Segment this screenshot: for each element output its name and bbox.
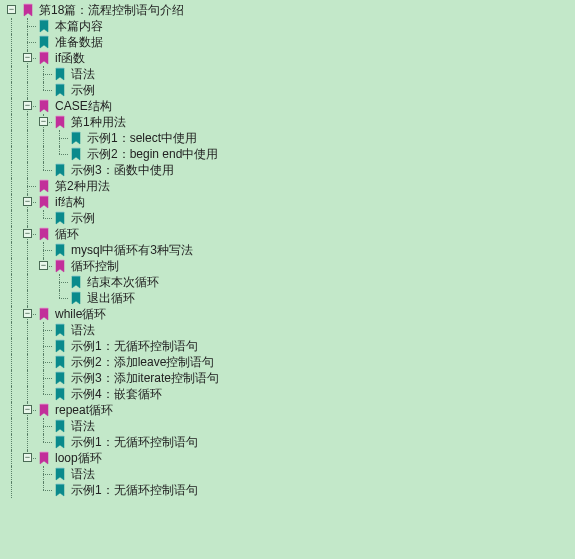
tree-row[interactable]: − loop循环	[4, 450, 575, 466]
tree-label: 语法	[70, 66, 95, 82]
bookmark-icon	[53, 115, 67, 129]
tree-row[interactable]: − CASE结构	[4, 98, 575, 114]
tree-row[interactable]: 结束本次循环	[4, 274, 575, 290]
tree-connector: −	[36, 258, 52, 274]
tree-indent	[4, 18, 20, 34]
tree-label: 示例	[70, 82, 95, 98]
tree-row[interactable]: 语法	[4, 322, 575, 338]
tree-indent	[4, 114, 20, 130]
bookmark-icon	[37, 179, 51, 193]
tree-connector	[36, 466, 52, 482]
bookmark-icon	[69, 291, 83, 305]
bookmark-icon	[53, 483, 67, 497]
tree-connector	[36, 82, 52, 98]
tree-row[interactable]: − if结构	[4, 194, 575, 210]
collapse-icon[interactable]: −	[23, 197, 32, 206]
tree-label: loop循环	[54, 450, 102, 466]
tree-row[interactable]: 示例1：select中使用	[4, 130, 575, 146]
tree-connector	[36, 66, 52, 82]
tree-indent	[4, 210, 20, 226]
tree-label: 第1种用法	[70, 114, 126, 130]
bookmark-icon	[37, 35, 51, 49]
tree-indent	[36, 274, 52, 290]
tree-indent	[4, 34, 20, 50]
tree-row[interactable]: 第2种用法	[4, 178, 575, 194]
tree-label: 示例1：无循环控制语句	[70, 338, 198, 354]
tree-indent	[4, 338, 20, 354]
tree-row[interactable]: 退出循环	[4, 290, 575, 306]
tree-indent	[4, 242, 20, 258]
tree-row[interactable]: − while循环	[4, 306, 575, 322]
tree-row[interactable]: 示例1：无循环控制语句	[4, 338, 575, 354]
tree-connector: −	[36, 114, 52, 130]
collapse-icon[interactable]: −	[23, 101, 32, 110]
tree-indent	[4, 386, 20, 402]
collapse-icon[interactable]: −	[39, 261, 48, 270]
bookmark-icon	[53, 259, 67, 273]
bookmark-icon	[53, 83, 67, 97]
bookmark-icon	[69, 131, 83, 145]
tree-indent	[36, 146, 52, 162]
tree-connector	[36, 210, 52, 226]
tree-indent	[20, 242, 36, 258]
tree-row[interactable]: 示例4：嵌套循环	[4, 386, 575, 402]
tree-label: if结构	[54, 194, 85, 210]
tree-row[interactable]: 语法	[4, 466, 575, 482]
tree-indent	[20, 434, 36, 450]
collapse-icon[interactable]: −	[23, 53, 32, 62]
tree-row[interactable]: − 循环	[4, 226, 575, 242]
tree-label: 第2种用法	[54, 178, 110, 194]
collapse-icon[interactable]: −	[7, 5, 16, 14]
tree-row[interactable]: 示例2：添加leave控制语句	[4, 354, 575, 370]
tree-connector: −	[4, 2, 20, 18]
tree-indent	[4, 466, 20, 482]
tree-row[interactable]: 示例3：添加iterate控制语句	[4, 370, 575, 386]
collapse-icon[interactable]: −	[23, 453, 32, 462]
tree-row[interactable]: 示例	[4, 210, 575, 226]
tree-indent	[4, 98, 20, 114]
tree-label: if函数	[54, 50, 85, 66]
tree-row[interactable]: − if函数	[4, 50, 575, 66]
bookmark-icon	[53, 243, 67, 257]
bookmark-icon	[37, 451, 51, 465]
tree-indent	[20, 114, 36, 130]
tree-connector	[36, 322, 52, 338]
tree-row[interactable]: 准备数据	[4, 34, 575, 50]
collapse-icon[interactable]: −	[39, 117, 48, 126]
tree-label: CASE结构	[54, 98, 112, 114]
tree-row[interactable]: − 第18篇：流程控制语句介绍	[4, 2, 575, 18]
tree-row[interactable]: 示例	[4, 82, 575, 98]
collapse-icon[interactable]: −	[23, 309, 32, 318]
tree-row[interactable]: 示例1：无循环控制语句	[4, 482, 575, 498]
tree-indent	[20, 370, 36, 386]
bookmark-icon	[53, 387, 67, 401]
tree-row[interactable]: mysql中循环有3种写法	[4, 242, 575, 258]
tree-row[interactable]: 语法	[4, 66, 575, 82]
tree-indent	[36, 290, 52, 306]
tree-row[interactable]: 本篇内容	[4, 18, 575, 34]
tree-label: 结束本次循环	[86, 274, 159, 290]
tree-row[interactable]: − 第1种用法	[4, 114, 575, 130]
tree-connector	[20, 34, 36, 50]
tree-connector: −	[20, 98, 36, 114]
bookmark-icon	[53, 163, 67, 177]
tree-row[interactable]: 示例1：无循环控制语句	[4, 434, 575, 450]
collapse-icon[interactable]: −	[23, 229, 32, 238]
bookmark-icon	[37, 99, 51, 113]
tree-indent	[4, 82, 20, 98]
bookmark-icon	[37, 51, 51, 65]
tree-row[interactable]: 示例2：begin end中使用	[4, 146, 575, 162]
tree-row[interactable]: − repeat循环	[4, 402, 575, 418]
bookmark-icon	[53, 371, 67, 385]
tree-indent	[4, 258, 20, 274]
tree-label: 示例3：添加iterate控制语句	[70, 370, 219, 386]
tree-label: 语法	[70, 322, 95, 338]
tree-indent	[36, 130, 52, 146]
tree-row[interactable]: 语法	[4, 418, 575, 434]
tree-label: 示例1：select中使用	[86, 130, 197, 146]
tree-row[interactable]: 示例3：函数中使用	[4, 162, 575, 178]
collapse-icon[interactable]: −	[23, 405, 32, 414]
tree-label: 准备数据	[54, 34, 103, 50]
tree-row[interactable]: − 循环控制	[4, 258, 575, 274]
tree-connector	[36, 434, 52, 450]
